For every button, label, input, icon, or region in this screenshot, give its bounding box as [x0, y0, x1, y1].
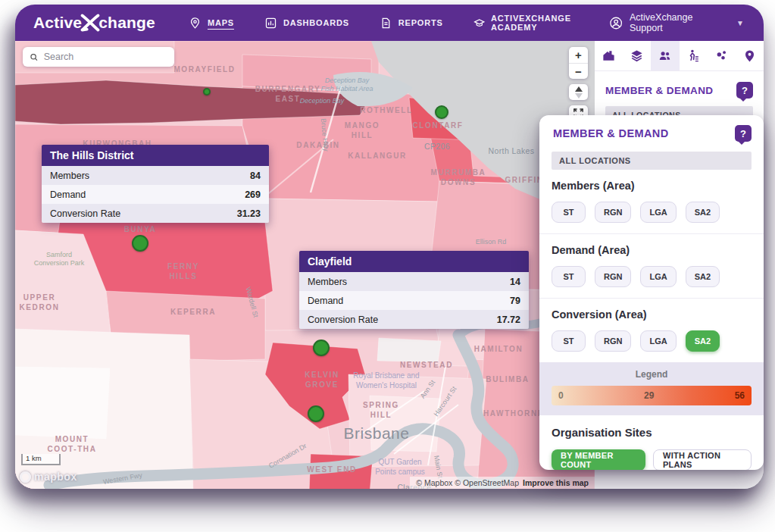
site-marker[interactable]	[203, 88, 211, 95]
chip-row: ST RGN LGA SA2	[552, 202, 752, 223]
legend-tick-min: 0	[558, 390, 564, 401]
chip-lga[interactable]: LGA	[640, 330, 676, 352]
chip-st[interactable]: ST	[552, 202, 586, 223]
chip-lga[interactable]: LGA	[640, 266, 676, 287]
nav-item-dashboards[interactable]: DASHBOARDS	[264, 17, 349, 30]
nav-label: REPORTS	[398, 18, 443, 27]
search-input[interactable]	[44, 52, 167, 62]
map-pin-icon	[189, 17, 202, 30]
popup-row-value: 17.72	[497, 315, 520, 325]
group-label: Conversion (Area)	[552, 308, 752, 321]
popup-row: Conversion Rate 17.72	[299, 310, 529, 329]
demand-area-group: Demand (Area) ST RGN LGA SA2	[539, 234, 764, 299]
tab-members[interactable]	[651, 41, 679, 70]
popup-row-label: Demand	[308, 296, 343, 306]
popup-row-label: Conversion Rate	[308, 315, 378, 325]
legend-title: Legend	[552, 369, 752, 380]
nav-item-maps[interactable]: MAPS	[189, 17, 234, 30]
top-nav: Active change MAPS DA	[15, 5, 764, 41]
chip-sa2[interactable]: SA2	[686, 266, 720, 287]
chip-sa2[interactable]: SA2	[686, 202, 720, 223]
map-canvas[interactable]: MORAYFIELDBURPENGARY EASTKURWONGBAHDAKAB…	[15, 41, 595, 489]
site-marker[interactable]	[308, 405, 324, 422]
chevron-down-icon: ▼	[736, 19, 744, 27]
popup-row: Members 14	[299, 272, 529, 291]
popup-title: The Hills District	[42, 145, 269, 166]
map-info-popup: The Hills District Members 84 Demand 269…	[42, 145, 269, 223]
map-search	[23, 47, 174, 67]
help-icon[interactable]: ?	[736, 82, 753, 99]
chip-lga[interactable]: LGA	[640, 202, 676, 223]
tab-layers[interactable]	[623, 41, 651, 70]
help-icon[interactable]: ?	[735, 125, 752, 142]
chip-rgn[interactable]: RGN	[595, 266, 631, 287]
chip-st[interactable]: ST	[552, 266, 586, 287]
zoom-in-button[interactable]: +	[569, 47, 588, 63]
pitch-control	[569, 84, 588, 100]
chip-rgn[interactable]: RGN	[595, 202, 631, 223]
pedestrian-icon	[686, 49, 701, 63]
by-member-count-button[interactable]: BY MEMBER COUNT	[552, 449, 645, 470]
nav-item-reports[interactable]: REPORTS	[380, 17, 443, 30]
tab-locations[interactable]	[736, 41, 764, 70]
panel-title: MEMBER & DEMAND	[553, 127, 669, 139]
organisation-sites-label: Organisation Sites	[552, 426, 752, 439]
popup-row-label: Conversion Rate	[50, 208, 120, 219]
site-marker[interactable]	[313, 340, 330, 356]
sidebar-panel-header: MEMBER & DEMAND ?	[595, 71, 764, 106]
site-marker[interactable]	[132, 235, 148, 252]
map-attribution: © Mapbox © OpenStreetMap Improve this ma…	[410, 477, 595, 489]
location-pin-icon	[742, 49, 757, 63]
user-icon	[609, 16, 623, 30]
brand-text-1: Active	[33, 14, 82, 32]
tab-sites[interactable]	[595, 41, 623, 70]
mapbox-wordmark: mapbox	[34, 471, 77, 483]
tab-demand[interactable]	[680, 41, 708, 70]
compass-icon[interactable]	[569, 84, 588, 100]
popup-row-value: 14	[510, 277, 520, 287]
panel-header: MEMBER & DEMAND ?	[539, 115, 764, 150]
popup-row: Members 84	[42, 166, 269, 185]
mapbox-logo[interactable]: mapbox	[20, 471, 77, 483]
nav-label: DASHBOARDS	[283, 18, 349, 27]
legend-gradient-bar: 0 29 56	[552, 386, 752, 405]
popup-row-label: Members	[308, 277, 347, 287]
brand-x-icon	[80, 14, 100, 32]
nav-items: MAPS DASHBOARDS REPORTS	[189, 14, 609, 32]
map-info-popup: Clayfield Members 14 Demand 79 Conversio…	[299, 251, 529, 329]
nav-label: ACTIVEXCHANGE ACADEMY	[491, 14, 609, 32]
popup-row: Demand 79	[299, 291, 529, 310]
sidebar-panel-title: MEMBER & DEMAND	[605, 85, 714, 96]
report-icon	[380, 17, 392, 30]
zoom-out-button[interactable]: −	[569, 63, 588, 79]
layers-icon	[630, 49, 644, 63]
organisation-sites-section: Organisation Sites BY MEMBER COUNT WITH …	[539, 415, 764, 470]
chip-st[interactable]: ST	[552, 330, 586, 352]
popup-row-value: 79	[510, 296, 520, 306]
tab-clusters[interactable]	[708, 41, 736, 70]
nav-item-academy[interactable]: ACTIVEXCHANGE ACADEMY	[473, 14, 609, 32]
attribution-credits[interactable]: © Mapbox © OpenStreetMap	[416, 478, 519, 487]
with-action-plans-button[interactable]: WITH ACTION PLANS	[653, 449, 752, 470]
user-menu[interactable]: ActiveXchange Support ▼	[609, 12, 744, 33]
chip-sa2-selected[interactable]: SA2	[686, 330, 720, 352]
legend-tick-max: 56	[735, 390, 745, 401]
dashboard-icon	[264, 17, 277, 30]
popup-row-value: 84	[250, 171, 261, 181]
user-name: ActiveXchange Support	[630, 12, 725, 33]
member-demand-panel: MEMBER & DEMAND ? ALL LOCATIONS Members …	[539, 115, 764, 470]
sidebar-tabbar	[595, 41, 764, 71]
brand-text-2: change	[98, 14, 155, 32]
improve-map-link[interactable]: Improve this map	[523, 478, 589, 487]
site-marker[interactable]	[435, 105, 448, 119]
group-label: Members (Area)	[552, 180, 752, 192]
legend-section: Legend 0 29 56	[539, 362, 764, 415]
group-label: Demand (Area)	[552, 244, 752, 256]
academy-cap-icon	[473, 17, 486, 30]
nav-label: MAPS	[208, 18, 234, 27]
chip-rgn[interactable]: RGN	[595, 330, 631, 352]
popup-row-label: Members	[50, 171, 89, 181]
zoom-controls: + −	[569, 47, 588, 79]
popup-row-value: 269	[245, 189, 261, 200]
popup-row: Demand 269	[42, 185, 269, 204]
